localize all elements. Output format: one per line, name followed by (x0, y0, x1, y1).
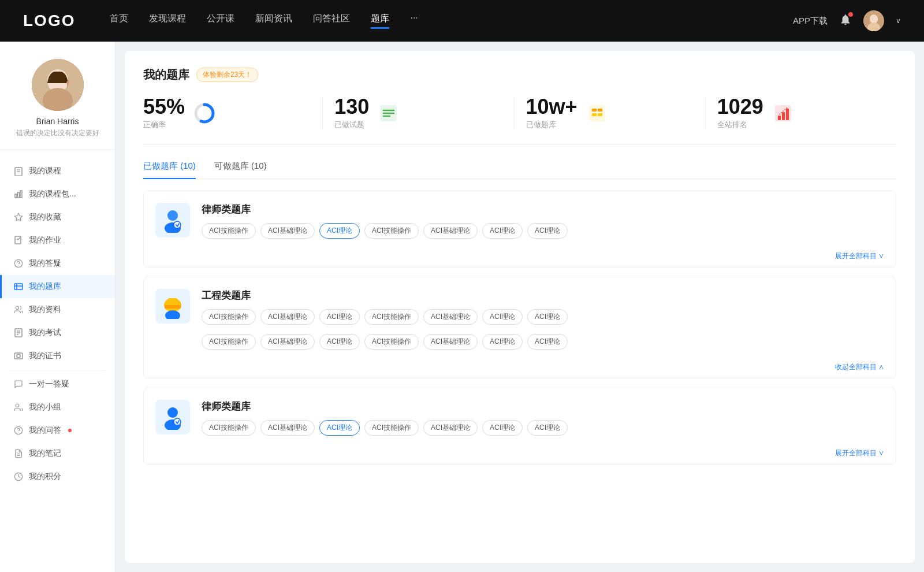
tag[interactable]: ACI技能操作 (202, 334, 256, 350)
nav-open-course[interactable]: 公开课 (207, 13, 234, 29)
tag[interactable]: ACI技能操作 (364, 334, 419, 350)
nav-menu: 首页 发现课程 公开课 新闻资讯 问答社区 题库 ··· (110, 13, 793, 29)
tag-active[interactable]: ACI理论 (319, 420, 360, 436)
bank-card-engineer-header: 工程类题库 ACI技能操作 ACI基础理论 ACI理论 ACI技能操作 ACI基… (144, 277, 896, 334)
lawyer-bank-icon (155, 203, 190, 237)
sidebar-menu: 我的课程 我的课程包... 我的收藏 我的作业 (0, 156, 115, 492)
sidebar-item-points[interactable]: 我的积分 (0, 465, 115, 488)
bank-engineer-info: 工程类题库 ACI技能操作 ACI基础理论 ACI理论 ACI技能操作 ACI基… (202, 289, 884, 325)
stat-done-questions: 130 已做试题 (323, 96, 514, 130)
svg-rect-40 (598, 109, 602, 112)
tag[interactable]: ACI技能操作 (202, 223, 256, 239)
stat-accuracy-value: 55% 正确率 (143, 96, 185, 130)
avatar-image (863, 10, 884, 31)
chart-icon (14, 190, 23, 199)
tag[interactable]: ACI理论 (482, 420, 523, 436)
tag[interactable]: ACI基础理论 (423, 223, 478, 239)
sidebar-item-qa[interactable]: 我的答疑 (0, 252, 115, 275)
sidebar-item-certificate[interactable]: 我的证书 (0, 344, 115, 367)
tag[interactable]: ACI理论 (482, 309, 523, 325)
sidebar-item-course[interactable]: 我的课程 (0, 159, 115, 183)
bank-card-engineer: 工程类题库 ACI技能操作 ACI基础理论 ACI理论 ACI技能操作 ACI基… (143, 277, 896, 378)
nav-news[interactable]: 新闻资讯 (255, 13, 292, 29)
nav-discover[interactable]: 发现课程 (149, 13, 186, 29)
sidebar-item-favorite[interactable]: 我的收藏 (0, 206, 115, 229)
bank-lawyer2-name: 律师类题库 (202, 400, 884, 413)
tag[interactable]: ACI理论 (527, 420, 568, 436)
bank-engineer-tags-row1: ACI技能操作 ACI基础理论 ACI理论 ACI技能操作 ACI基础理论 AC… (202, 309, 884, 325)
engineer-bank-icon (155, 289, 190, 324)
sidebar-profile: Brian Harris 错误的决定比没有决定要好 (0, 59, 115, 150)
bank-engineer-collapse[interactable]: 收起全部科目 ∧ (144, 359, 896, 378)
svg-rect-11 (20, 191, 22, 198)
sidebar-avatar-image (32, 59, 84, 111)
bank-lawyer2-expand[interactable]: 展开全部科目 ∨ (144, 445, 896, 464)
topnav: LOGO 首页 发现课程 公开课 新闻资讯 问答社区 题库 ··· APP下载 … (0, 0, 924, 42)
bank-lawyer-info: 律师类题库 ACI技能操作 ACI基础理论 ACI理论 ACI技能操作 ACI基… (202, 203, 884, 239)
tag[interactable]: ACI基础理论 (423, 334, 478, 350)
svg-rect-16 (14, 284, 23, 289)
tag[interactable]: ACI基础理论 (423, 309, 478, 325)
sidebar-item-notes[interactable]: 我的笔记 (0, 442, 115, 465)
svg-rect-9 (15, 194, 17, 198)
exam-icon (14, 328, 23, 337)
bank-engineer-extra-tags: ACI技能操作 ACI基础理论 ACI理论 ACI技能操作 ACI基础理论 AC… (144, 334, 896, 359)
sidebar-item-profile[interactable]: 我的资料 (0, 298, 115, 321)
tag[interactable]: ACI理论 (527, 223, 568, 239)
tab-todo[interactable]: 可做题库 (10) (214, 161, 267, 179)
tag[interactable]: ACI理论 (482, 334, 523, 350)
bank-card-lawyer2: 律师类题库 ACI技能操作 ACI基础理论 ACI理论 ACI技能操作 ACI基… (143, 388, 896, 465)
tag[interactable]: ACI基础理论 (260, 309, 315, 325)
stat-site-rank: 1029 全站排名 (706, 96, 896, 130)
sidebar-item-homework[interactable]: 我的作业 (0, 229, 115, 252)
sidebar-item-exam[interactable]: 我的考试 (0, 321, 115, 344)
course-icon (14, 166, 23, 176)
stat-done-banks: 10w+ 已做题库 (515, 96, 706, 130)
nav-more[interactable]: ··· (410, 13, 418, 29)
sidebar-item-one-on-one[interactable]: 一对一答疑 (0, 373, 115, 396)
tag[interactable]: ACI基础理论 (260, 420, 315, 436)
tag-active[interactable]: ACI理论 (319, 223, 360, 239)
tag[interactable]: ACI理论 (319, 309, 360, 325)
svg-point-55 (167, 407, 178, 418)
tab-done[interactable]: 已做题库 (10) (143, 161, 196, 179)
avatar-chevron-icon[interactable]: ∨ (896, 17, 901, 25)
nav-qa[interactable]: 问答社区 (313, 13, 350, 29)
page-header: 我的题库 体验剩余23天！ (143, 67, 896, 83)
tag[interactable]: ACI技能操作 (364, 309, 419, 325)
nav-question-bank[interactable]: 题库 (371, 13, 389, 29)
svg-point-25 (17, 354, 20, 358)
stat-done-questions-value: 130 已做试题 (334, 96, 369, 130)
svg-point-49 (167, 210, 178, 221)
tag[interactable]: ACI技能操作 (202, 309, 256, 325)
tag[interactable]: ACI技能操作 (202, 420, 256, 436)
bank-lawyer2-info: 律师类题库 ACI技能操作 ACI基础理论 ACI理论 ACI技能操作 ACI基… (202, 400, 884, 436)
svg-point-27 (14, 426, 22, 434)
tag[interactable]: ACI理论 (527, 334, 568, 350)
tag[interactable]: ACI技能操作 (364, 420, 419, 436)
app-download-button[interactable]: APP下载 (793, 16, 828, 27)
tag[interactable]: ACI技能操作 (364, 223, 419, 239)
notification-bell[interactable] (839, 13, 852, 28)
donut-icon (193, 102, 216, 125)
sidebar-divider (9, 370, 106, 370)
sidebar-item-course-pack[interactable]: 我的课程包... (0, 183, 115, 206)
sidebar-item-group[interactable]: 我的小组 (0, 396, 115, 419)
tag[interactable]: ACI基础理论 (260, 223, 315, 239)
list-icon (377, 102, 400, 125)
tag[interactable]: ACI理论 (319, 334, 360, 350)
bank-lawyer-expand[interactable]: 展开全部科目 ∨ (144, 248, 896, 267)
notes-icon (14, 449, 23, 458)
tag[interactable]: ACI基础理论 (260, 334, 315, 350)
bank-lawyer2-tags: ACI技能操作 ACI基础理论 ACI理论 ACI技能操作 ACI基础理论 AC… (202, 420, 884, 436)
tag[interactable]: ACI理论 (527, 309, 568, 325)
sidebar-item-my-question[interactable]: 我的问答 (0, 419, 115, 442)
tag[interactable]: ACI基础理论 (423, 420, 478, 436)
sidebar-item-question-bank[interactable]: 我的题库 (0, 275, 115, 298)
nav-home[interactable]: 首页 (110, 13, 128, 29)
tag[interactable]: ACI理论 (482, 223, 523, 239)
svg-rect-39 (592, 109, 597, 112)
lawyer2-bank-icon (155, 400, 190, 434)
avatar[interactable] (863, 10, 884, 31)
chart-bar-icon (772, 102, 795, 125)
